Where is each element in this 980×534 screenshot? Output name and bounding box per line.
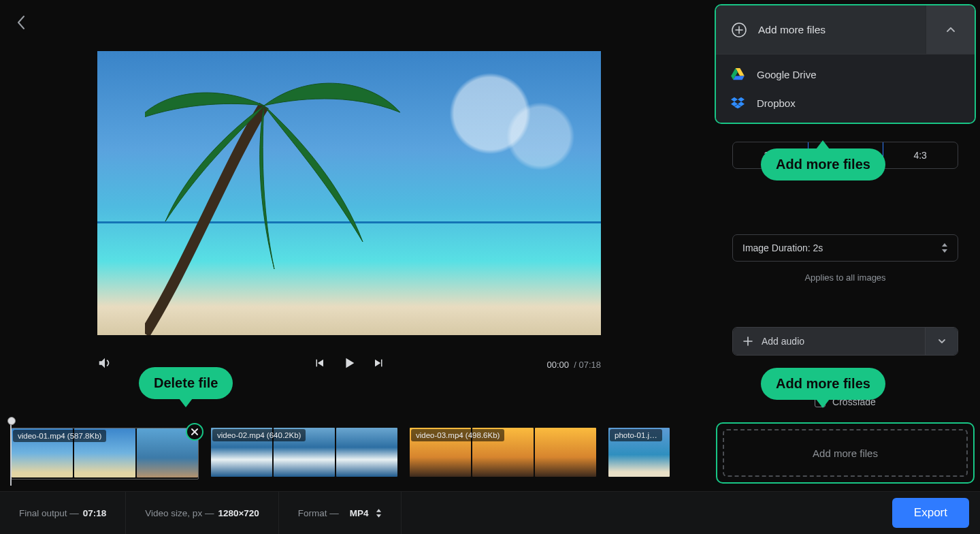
dropbox-icon — [731, 97, 745, 109]
video-size: Video size, px — 1280×720 — [126, 492, 279, 534]
clip-thumbnail — [336, 428, 397, 477]
chevron-up-icon — [945, 25, 956, 35]
image-duration-select[interactable]: Image Duration: 2s — [732, 234, 958, 262]
clip-thumbnail — [535, 428, 596, 477]
callout-delete-file: Delete file — [139, 367, 233, 399]
clip-badge: video-03.mp4 (498.6Kb) — [411, 429, 504, 441]
source-dropbox[interactable]: Dropbox — [716, 89, 975, 117]
delete-clip-button[interactable] — [186, 423, 203, 441]
add-files-menu: Add more files Google Drive — [715, 4, 976, 124]
source-google-drive[interactable]: Google Drive — [716, 60, 975, 89]
google-drive-icon — [731, 68, 745, 80]
add-audio-expand[interactable] — [925, 328, 958, 355]
stepper-icon — [376, 509, 382, 518]
add-more-files-button[interactable]: Add more files — [716, 5, 926, 54]
timeline-clip[interactable]: video-02.mp4 (640.2Kb) — [211, 428, 397, 480]
clip-badge: video-01.mp4 (587.8Kb) — [13, 430, 106, 442]
preview-image — [145, 65, 404, 335]
timeline-clip[interactable]: photo-01.j… — [608, 428, 670, 480]
plus-circle-icon — [731, 22, 747, 38]
image-duration-hint: Applies to all images — [710, 272, 980, 283]
add-audio-button[interactable]: Add audio — [733, 328, 925, 355]
final-output: Final output — 07:18 — [0, 492, 126, 534]
chevron-down-icon — [937, 336, 947, 346]
plus-icon — [742, 336, 753, 347]
time-display: 00:00 / 07:18 — [546, 360, 601, 370]
video-preview[interactable] — [97, 51, 601, 335]
prev-button[interactable] — [313, 357, 325, 372]
collapse-files-menu[interactable] — [926, 5, 975, 54]
next-button[interactable] — [373, 357, 385, 372]
stepper-icon — [941, 243, 948, 253]
callout-add-more-top: Add more files — [761, 148, 885, 180]
export-button[interactable]: Export — [892, 498, 969, 528]
timeline-clip[interactable]: video-03.mp4 (498.6Kb) — [410, 428, 596, 480]
volume-button[interactable] — [97, 356, 112, 373]
aspect-4-3[interactable]: 4:3 — [883, 142, 958, 168]
clip-badge: photo-01.j… — [610, 429, 662, 441]
callout-add-more-bottom: Add more files — [761, 368, 885, 400]
format-select[interactable]: Format — MP4 — [279, 492, 402, 534]
clip-badge: video-02.mp4 (640.2Kb) — [212, 429, 306, 441]
play-button[interactable] — [342, 356, 357, 373]
add-more-files-dropzone[interactable]: Add more files — [716, 422, 975, 484]
timeline[interactable]: video-01.mp4 (587.8Kb)video-02.mp4 (640.… — [0, 421, 710, 489]
close-icon — [190, 427, 199, 437]
bottom-bar: Final output — 07:18 Video size, px — 12… — [0, 491, 980, 534]
timeline-clip[interactable]: video-01.mp4 (587.8Kb) — [11, 428, 199, 480]
